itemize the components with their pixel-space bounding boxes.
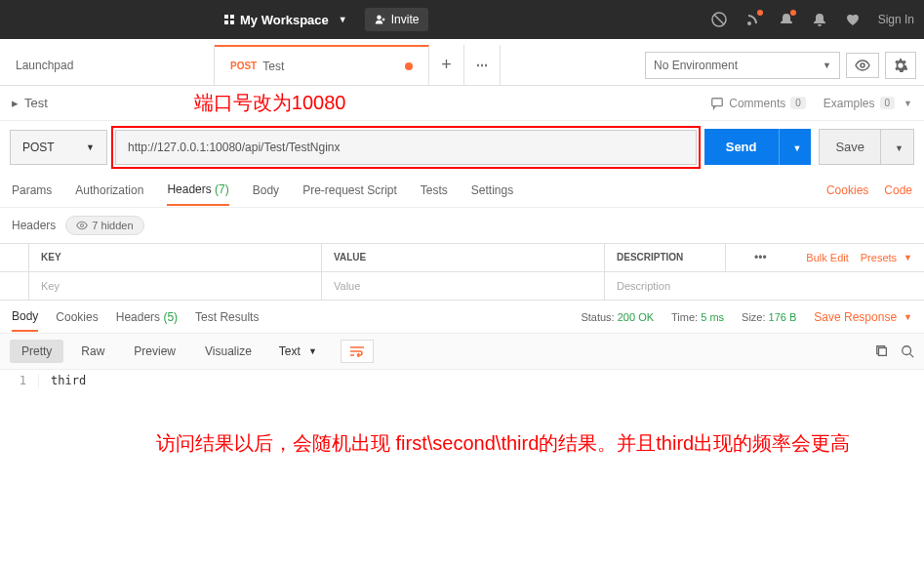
table-row[interactable]: Key Value Description [0, 272, 924, 300]
response-status: Status: 200 OK [581, 311, 654, 323]
tab-body[interactable]: Body [253, 176, 279, 205]
method-select[interactable]: POST ▼ [10, 130, 107, 165]
svg-rect-6 [879, 348, 887, 356]
bell-icon[interactable] [812, 12, 827, 27]
search-icon [901, 344, 914, 358]
comments-count: 0 [790, 97, 806, 109]
svg-point-0 [377, 16, 382, 20]
chevron-down-icon: ▼ [823, 61, 831, 70]
response-tab-cookies[interactable]: Cookies [56, 303, 98, 331]
tab-tests[interactable]: Tests [421, 176, 448, 205]
chevron-down-icon: ▼ [793, 143, 802, 153]
hidden-headers-toggle[interactable]: 7 hidden [65, 216, 143, 235]
copy-button[interactable] [875, 344, 889, 358]
response-tab-body[interactable]: Body [12, 303, 38, 332]
description-header: DESCRIPTION [605, 244, 726, 271]
view-preview-button[interactable]: Preview [122, 340, 187, 363]
comment-icon [710, 97, 724, 110]
response-content[interactable]: third [39, 374, 86, 387]
tab-params[interactable]: Params [12, 176, 52, 205]
save-button[interactable]: Save [819, 129, 881, 165]
view-raw-button[interactable]: Raw [69, 340, 116, 363]
environment-preview-button[interactable] [846, 53, 879, 78]
tab-headers-label: Headers [167, 182, 211, 196]
notification-icon[interactable] [779, 12, 794, 27]
save-response-button[interactable]: Save Response ▼ [814, 310, 912, 324]
code-link[interactable]: Code [884, 183, 912, 197]
table-header-row: KEY VALUE DESCRIPTION ••• Bulk Edit Pres… [0, 244, 924, 272]
value-header: VALUE [322, 244, 605, 271]
tab-options-button[interactable]: ⋯ [464, 45, 500, 85]
examples-button[interactable]: Examples 0 ▼ [824, 97, 912, 110]
tab-headers[interactable]: Headers (7) [167, 175, 228, 206]
response-headers-count: (5) [163, 310, 178, 324]
format-select[interactable]: Text ▼ [269, 340, 327, 363]
svg-point-5 [81, 224, 84, 227]
invite-label: Invite [391, 13, 420, 26]
chevron-down-icon: ▼ [904, 253, 912, 262]
presets-link[interactable]: Presets ▼ [861, 252, 912, 263]
invite-button[interactable]: Invite [365, 8, 429, 31]
svg-point-2 [747, 21, 751, 25]
cookies-link[interactable]: Cookies [826, 183, 868, 197]
response-tab-headers[interactable]: Headers (5) [116, 303, 178, 331]
response-size: Size: 176 B [742, 311, 796, 323]
response-tab-test-results[interactable]: Test Results [195, 303, 259, 331]
search-button[interactable] [901, 344, 914, 358]
key-input[interactable]: Key [29, 272, 322, 300]
annotation-port: 端口号改为10080 [194, 90, 346, 116]
tab-headers-count: (7) [215, 182, 229, 196]
chevron-down-icon: ▼ [308, 346, 317, 356]
environment-selected: No Environment [654, 59, 738, 72]
save-dropdown-button[interactable]: ▼ [881, 129, 914, 165]
svg-point-3 [861, 63, 864, 67]
unsaved-indicator-icon [405, 62, 413, 70]
chevron-down-icon: ▼ [895, 143, 904, 153]
tab-label: Launchpad [16, 59, 73, 72]
headers-section-header: Headers 7 hidden [0, 208, 924, 243]
wrap-lines-button[interactable] [341, 340, 374, 363]
view-pretty-button[interactable]: Pretty [10, 340, 63, 363]
workspace-label: My Workspace [240, 13, 329, 27]
copy-icon [875, 344, 889, 358]
chevron-down-icon: ▼ [904, 312, 912, 322]
person-plus-icon [375, 14, 386, 25]
grid-icon [224, 15, 234, 24]
wrap-icon [349, 345, 365, 357]
bulk-edit-link[interactable]: Bulk Edit [806, 252, 848, 263]
sign-in-link[interactable]: Sign In [878, 13, 914, 26]
tab-authorization[interactable]: Authorization [75, 176, 143, 205]
tab-prerequest[interactable]: Pre-request Script [302, 176, 397, 205]
chevron-down-icon: ▼ [339, 15, 347, 24]
tab-launchpad[interactable]: Launchpad [0, 45, 215, 85]
breadcrumb-row: ▸ Test 端口号改为10080 Comments 0 Examples 0 … [0, 86, 924, 121]
response-body: 1 third [0, 370, 924, 391]
method-value: POST [22, 141, 55, 154]
tab-request-active[interactable]: POST Test [215, 45, 429, 85]
send-dropdown-button[interactable]: ▼ [779, 129, 812, 165]
examples-count: 0 [880, 97, 896, 109]
eye-icon [855, 60, 870, 71]
environment-select[interactable]: No Environment ▼ [645, 52, 840, 79]
breadcrumb[interactable]: ▸ Test [12, 96, 48, 110]
satellite-icon[interactable] [745, 12, 761, 27]
workspace-selector[interactable]: My Workspace ▼ [224, 13, 347, 27]
url-input[interactable] [115, 130, 697, 165]
line-number: 1 [0, 374, 39, 387]
sync-off-icon[interactable] [710, 11, 728, 28]
svg-rect-4 [712, 98, 723, 105]
comments-button[interactable]: Comments 0 [710, 97, 806, 110]
tab-settings[interactable]: Settings [471, 176, 513, 205]
chevron-down-icon: ▼ [904, 99, 912, 108]
new-tab-button[interactable]: + [429, 45, 464, 85]
eye-icon [76, 221, 88, 230]
description-input[interactable]: Description [605, 272, 924, 300]
request-url-row: POST ▼ Send ▼ Save ▼ [0, 121, 924, 173]
heart-icon[interactable] [845, 12, 861, 27]
send-button[interactable]: Send [704, 129, 779, 165]
headers-label: Headers [12, 219, 56, 232]
value-input[interactable]: Value [322, 272, 605, 300]
column-options-button[interactable]: ••• [726, 244, 794, 271]
view-visualize-button[interactable]: Visualize [193, 340, 263, 363]
environment-settings-button[interactable] [885, 52, 916, 79]
